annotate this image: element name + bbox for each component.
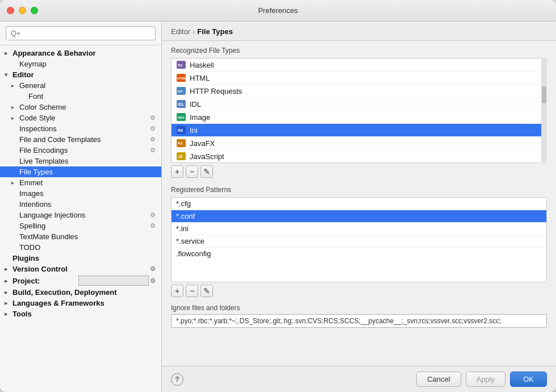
recognized-file-types-label: Recognized File Types xyxy=(162,41,556,58)
settings-icon: ⚙ xyxy=(149,125,157,133)
ok-button[interactable]: OK xyxy=(510,372,547,387)
edit-file-type-button[interactable]: ✎ xyxy=(200,165,213,178)
breadcrumb-parent: Editor xyxy=(171,27,190,36)
svg-text:API: API xyxy=(177,90,183,93)
chevron-icon: ▸ xyxy=(11,115,19,121)
sidebar-item-todo[interactable]: TODO xyxy=(0,242,161,253)
file-type-icon: hs xyxy=(176,60,186,69)
chevron-icon: ▸ xyxy=(5,311,12,317)
settings-icon: ⚙ xyxy=(149,277,157,285)
list-item[interactable]: *.service xyxy=(172,235,546,248)
pattern-value: .flowconfig xyxy=(176,249,211,258)
sidebar-item-live-templates[interactable]: Live Templates xyxy=(0,156,161,166)
settings-icon: ⚙ xyxy=(149,114,157,122)
list-item[interactable]: *.conf xyxy=(172,210,546,223)
sidebar-item-label: General xyxy=(19,81,157,90)
sidebar-item-version-control[interactable]: ▸ Version Control ⚙ xyxy=(0,264,161,274)
ignore-input[interactable] xyxy=(171,314,547,328)
chevron-icon xyxy=(11,201,19,207)
sidebar-item-label: Live Templates xyxy=(19,157,157,165)
action-buttons: Cancel Apply OK xyxy=(416,372,547,387)
right-panel: Editor › File Types Recognized File Type… xyxy=(162,22,556,392)
sidebar-item-color-scheme[interactable]: ▸ Color Scheme xyxy=(0,102,161,112)
edit-pattern-button[interactable]: ✎ xyxy=(200,285,213,297)
sidebar-item-languages-frameworks[interactable]: ▸ Languages & Frameworks xyxy=(0,298,161,308)
file-types-toolbar: + − ✎ xyxy=(162,163,556,180)
sidebar-item-plugins[interactable]: Plugins xyxy=(0,253,161,264)
project-name-input[interactable] xyxy=(78,276,149,286)
list-item[interactable]: IDL IDL xyxy=(172,98,546,111)
sidebar-item-editor[interactable]: ▾ Editor xyxy=(0,69,161,80)
list-item[interactable]: *.cfg xyxy=(172,198,546,210)
sidebar-item-label: Images xyxy=(19,189,157,198)
settings-icon: ⚙ xyxy=(149,265,157,273)
scrollbar[interactable] xyxy=(541,58,547,163)
file-type-icon: FX xyxy=(176,139,186,148)
sidebar-item-project[interactable]: ▸ Project: ⚙ xyxy=(0,274,161,287)
sidebar-item-keymap[interactable]: Keymap xyxy=(0,59,161,69)
file-type-name: HTTP Requests xyxy=(190,87,242,95)
file-type-name: JavaScript xyxy=(190,152,224,161)
add-file-type-button[interactable]: + xyxy=(171,165,183,178)
cancel-button[interactable]: Cancel xyxy=(416,372,461,387)
sidebar-item-label: Inspections xyxy=(19,124,149,133)
sidebar-item-spelling[interactable]: Spelling ⚙ xyxy=(0,220,161,231)
list-item[interactable]: *.ini xyxy=(172,223,546,235)
sidebar-item-label: Code Style xyxy=(19,114,149,122)
chevron-icon: ▸ xyxy=(5,50,12,56)
sidebar-item-textmate-bundles[interactable]: TextMate Bundles xyxy=(0,231,161,242)
remove-file-type-button[interactable]: − xyxy=(186,165,198,178)
sidebar-item-tools[interactable]: ▸ Tools xyxy=(0,308,161,319)
chevron-icon xyxy=(11,61,19,67)
sidebar-item-language-injections[interactable]: Language Injections ⚙ xyxy=(0,210,161,220)
sidebar-item-inspections[interactable]: Inspections ⚙ xyxy=(0,123,161,134)
chevron-icon xyxy=(11,147,19,153)
sidebar-item-emmet[interactable]: ▸ Emmet xyxy=(0,177,161,188)
list-item[interactable]: API HTTP Requests xyxy=(172,85,546,98)
sidebar-item-label: Tools xyxy=(12,310,157,318)
chevron-icon xyxy=(11,126,19,132)
bottom-bar: ? Cancel Apply OK xyxy=(162,366,556,392)
chevron-icon xyxy=(11,136,19,143)
sidebar-item-images[interactable]: Images xyxy=(0,188,161,199)
sidebar-item-appearance[interactable]: ▸ Appearance & Behavior xyxy=(0,48,161,59)
list-item[interactable]: HTML HTML xyxy=(172,72,546,85)
minimize-button[interactable] xyxy=(19,7,26,14)
list-item[interactable]: .flowconfig xyxy=(172,248,546,260)
sidebar-item-general[interactable]: ▸ General xyxy=(0,80,161,91)
chevron-icon xyxy=(11,212,19,218)
list-item[interactable]: INI Ini xyxy=(172,124,546,137)
sidebar-item-build-exec[interactable]: ▸ Build, Execution, Deployment xyxy=(0,287,161,298)
sidebar-item-font[interactable]: Font xyxy=(0,91,161,102)
help-button[interactable]: ? xyxy=(171,373,183,386)
sidebar-item-file-code-templates[interactable]: File and Code Templates ⚙ xyxy=(0,134,161,145)
scrollbar-thumb xyxy=(542,86,546,103)
list-item[interactable]: IMG Image xyxy=(172,111,546,124)
file-type-icon: IDL xyxy=(176,99,186,109)
list-item[interactable]: FX JavaFX xyxy=(172,137,546,150)
list-item[interactable]: JS JavaScript xyxy=(172,150,546,163)
sidebar-item-code-style[interactable]: ▸ Code Style ⚙ xyxy=(0,112,161,123)
remove-pattern-button[interactable]: − xyxy=(186,285,198,297)
sidebar-item-label: File Encodings xyxy=(19,146,149,155)
sidebar-item-label: Project: xyxy=(12,277,77,285)
add-pattern-button[interactable]: + xyxy=(171,285,183,297)
breadcrumb-separator: › xyxy=(193,27,195,36)
titlebar-buttons xyxy=(7,7,38,14)
patterns-list: *.cfg *.conf *.ini *.service xyxy=(171,197,547,282)
sidebar-item-file-encodings[interactable]: File Encodings ⚙ xyxy=(0,145,161,156)
file-types-container: hs Haskell HTML HTML xyxy=(171,58,547,163)
chevron-icon xyxy=(11,223,19,229)
maximize-button[interactable] xyxy=(31,7,38,14)
chevron-icon: ▸ xyxy=(11,82,19,89)
apply-button[interactable]: Apply xyxy=(466,372,506,387)
sidebar-item-intentions[interactable]: Intentions xyxy=(0,199,161,210)
sidebar-item-label: Editor xyxy=(12,70,157,79)
list-item[interactable]: hs Haskell xyxy=(172,59,546,72)
sidebar-item-label: Font xyxy=(28,92,157,101)
search-input[interactable] xyxy=(6,26,156,40)
svg-text:IDL: IDL xyxy=(178,102,185,106)
close-button[interactable] xyxy=(7,7,14,14)
sidebar-item-file-types[interactable]: File Types xyxy=(0,166,161,177)
file-type-icon: HTML xyxy=(176,73,186,82)
